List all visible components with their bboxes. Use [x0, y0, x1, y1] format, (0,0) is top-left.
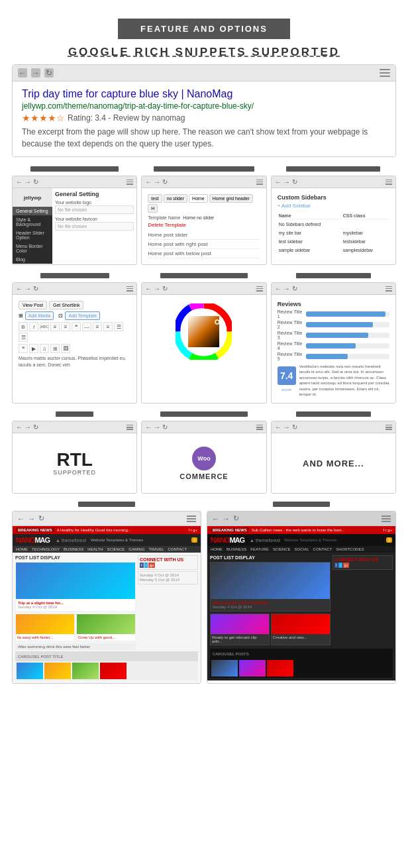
sb-refresh[interactable]: ↻ — [292, 178, 297, 186]
gs-item-general[interactable]: General Setting — [13, 207, 52, 215]
sb-back[interactable]: ← — [275, 178, 281, 186]
gs-back[interactable]: ← — [16, 178, 23, 186]
rtl-menu-icon[interactable] — [127, 425, 133, 430]
rtl-fwd[interactable]: → — [25, 423, 31, 431]
pe-image[interactable]: 🖼 — [61, 344, 70, 353]
menu-travel[interactable]: TRAVEL — [149, 547, 164, 551]
gs-fwd[interactable]: → — [25, 178, 31, 186]
pe-blockquote[interactable]: ❝ — [72, 322, 81, 331]
refresh-icon[interactable]: ↻ — [44, 68, 54, 78]
rv-menu-icon[interactable] — [385, 286, 392, 292]
pe-refresh[interactable]: ↻ — [33, 285, 38, 292]
more-fwd[interactable]: → — [283, 423, 290, 431]
gs-refresh[interactable]: ↻ — [33, 178, 38, 186]
dark-refresh[interactable]: ↻ — [233, 514, 239, 523]
dark-menu-social[interactable]: SOCIAL — [295, 547, 309, 551]
pe-video[interactable]: ▶ — [29, 344, 38, 353]
pe-add-media[interactable]: Add Media — [25, 311, 54, 320]
woo-menu-icon[interactable] — [256, 425, 263, 430]
fb-icon[interactable]: f — [140, 563, 144, 568]
woo-refresh[interactable]: ↻ — [162, 423, 168, 431]
tpl-fwd[interactable]: → — [154, 178, 160, 186]
sp-add-btn[interactable]: + Add Sidebar — [278, 203, 389, 209]
menu-sci[interactable]: SCIENCE — [107, 547, 125, 551]
forward-icon[interactable]: → — [31, 68, 40, 78]
pe-back[interactable]: ← — [16, 285, 23, 292]
dark-menu-sci[interactable]: SCIENCE — [273, 547, 291, 551]
dark-menu-home[interactable]: HOME — [211, 547, 223, 551]
pe-fwd[interactable]: → — [25, 285, 31, 292]
menu-contact[interactable]: CONTACT — [168, 547, 187, 551]
woo-back[interactable]: ← — [145, 423, 152, 431]
browser-menu-icon[interactable] — [380, 69, 390, 77]
tpl-refresh[interactable]: ↻ — [162, 178, 168, 186]
dark-menu-icon[interactable] — [382, 515, 391, 522]
cp-refresh[interactable]: ↻ — [162, 285, 168, 292]
pe-ol[interactable]: ≡ — [61, 322, 70, 331]
pe-menu-icon[interactable] — [127, 286, 133, 292]
cp-fwd[interactable]: → — [154, 285, 160, 292]
dark-tw-icon[interactable]: t — [338, 563, 342, 568]
pe-hr[interactable]: — — [82, 322, 91, 331]
gp-icon[interactable]: g+ — [148, 563, 155, 568]
dark-back[interactable]: ← — [212, 515, 219, 523]
tpl-tab-homegrid[interactable]: Home grid header — [209, 194, 253, 203]
light-back[interactable]: ← — [17, 515, 25, 523]
more-back[interactable]: ← — [275, 423, 281, 431]
light-refresh[interactable]: ↻ — [38, 514, 44, 523]
tpl-menu-icon[interactable] — [256, 180, 263, 185]
cp-menu-icon[interactable] — [256, 286, 263, 292]
pe-ul[interactable]: ≡ — [50, 322, 60, 331]
rtl-back[interactable]: ← — [16, 423, 23, 431]
dark-fwd[interactable]: → — [223, 515, 230, 523]
menu-home[interactable]: HOME — [16, 547, 28, 551]
color-wheel[interactable] — [176, 303, 232, 360]
pe-audio[interactable]: ♫ — [40, 344, 49, 353]
gs-item-style[interactable]: Style & Background — [13, 215, 52, 229]
snippet-title[interactable]: Trip day time for capture blue sky | Nan… — [22, 88, 386, 100]
pe-align-j[interactable]: ☰ — [19, 333, 28, 342]
gs-item-header[interactable]: Header Slider Option — [13, 229, 52, 242]
rv-back[interactable]: ← — [275, 285, 281, 292]
pe-view-post[interactable]: View Post — [19, 301, 47, 309]
tw-icon[interactable]: t — [144, 563, 148, 568]
dark-gp-icon[interactable]: g+ — [343, 563, 350, 568]
menu-tech[interactable]: TECHNOLOGY — [32, 547, 60, 551]
tpl-tab-home[interactable]: Home — [189, 194, 208, 203]
menu-biz[interactable]: BUSINESS — [64, 547, 83, 551]
pe-table[interactable]: ⊞ — [50, 344, 60, 353]
cp-back[interactable]: ← — [145, 285, 152, 292]
pe-italic[interactable]: I — [29, 322, 38, 331]
dark-menu-contact[interactable]: CONTACT — [313, 547, 332, 551]
dark-menu-biz[interactable]: BUSINESS — [227, 547, 246, 551]
more-refresh[interactable]: ↻ — [292, 423, 297, 431]
sb-menu-icon[interactable] — [385, 180, 392, 185]
pe-add-template[interactable]: Add Template — [65, 311, 100, 320]
pe-quote2[interactable]: ❝ — [19, 344, 28, 353]
tpl-tab-h[interactable]: H — [148, 204, 158, 213]
sb-fwd[interactable]: → — [283, 178, 290, 186]
rv-refresh[interactable]: ↻ — [292, 285, 297, 292]
dark-fb-icon[interactable]: f — [334, 563, 338, 568]
woo-fwd[interactable]: → — [154, 423, 160, 431]
tpl-back[interactable]: ← — [145, 178, 152, 186]
pe-strikethrough[interactable]: ABC — [40, 322, 49, 331]
tpl-tab-test[interactable]: test — [148, 194, 162, 203]
pe-align-l[interactable]: ≡ — [93, 322, 102, 331]
gs-item-menu[interactable]: Menu Border Color — [13, 242, 52, 255]
tpl-tab-noslider[interactable]: no slider — [164, 194, 187, 203]
pe-get-shortlink[interactable]: Get Shortlink — [49, 301, 83, 309]
dark-menu-feature[interactable]: FEATURE — [250, 547, 269, 551]
gs-item-blog[interactable]: Blog — [13, 255, 52, 264]
back-icon[interactable]: ← — [18, 68, 27, 78]
dark-menu-shortcodes[interactable]: SHORTCODES — [336, 547, 364, 551]
tpl-delete-btn[interactable]: Delete Template — [148, 222, 260, 228]
light-fwd[interactable]: → — [28, 515, 35, 523]
menu-gaming[interactable]: GAMING — [128, 547, 144, 551]
pe-bold[interactable]: B — [19, 322, 28, 331]
rtl-refresh[interactable]: ↻ — [33, 423, 38, 431]
rv-fwd[interactable]: → — [283, 285, 290, 292]
menu-health[interactable]: HEALTH — [87, 547, 103, 551]
more-menu-icon[interactable] — [385, 425, 392, 430]
light-menu-icon[interactable] — [187, 515, 196, 522]
